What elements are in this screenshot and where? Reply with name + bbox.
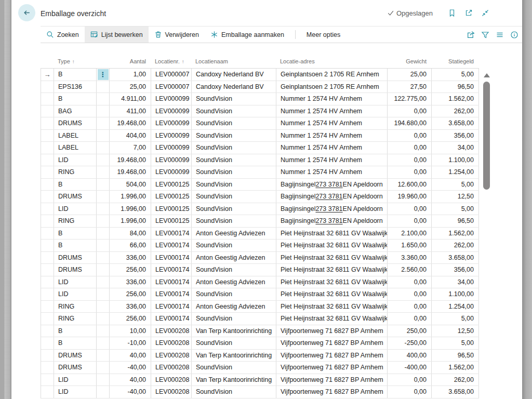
cell-aantal[interactable]: 336,00 [110,252,151,264]
table-row[interactable]: RING256,00LEV000174SoundVisionPiet Heijn… [41,313,479,325]
table-row[interactable]: LABEL404,00LEV000099SoundVisionNummer 1 … [41,130,479,142]
cell-locatienr[interactable]: LEV000208 [151,325,192,337]
cell-locatienr[interactable]: LEV000174 [151,228,192,240]
collapse-icon[interactable] [481,8,490,18]
cell-aantal[interactable]: 19.468,00 [110,154,151,166]
cell-adres[interactable]: Geinplantsoen 2 1705 RE Arnhem [276,81,388,93]
cell-locatienaam[interactable]: SoundVision [192,203,276,215]
cell-adres[interactable]: Piet Heijnstraat 32 6811 GV Waalwijk [276,228,388,240]
cell-type[interactable]: DRUMS [54,350,97,362]
cell-gewicht[interactable]: 122.775,00 [388,93,432,105]
cell-adres[interactable]: Nummer 1 2574 HV Arnhem [276,142,388,154]
cell-locatienr[interactable]: LEV000125 [151,191,192,203]
cell-locatienaam[interactable]: SoundVision [192,386,276,398]
cell-locatienaam[interactable]: SoundVision [192,166,276,178]
cell-type[interactable]: LID [54,288,97,300]
cell-adres[interactable]: Vijfpoortenweg 71 6827 BP Arnhem [276,362,388,374]
cell-gewicht[interactable]: 0,00 [388,166,432,178]
cell-adres[interactable]: Piet Heijnstraat 32 6811 GV Waalwijk [276,288,388,300]
cell-locatienaam[interactable]: SoundVision [192,117,276,129]
cell-aantal[interactable]: 25,00 [110,81,151,93]
cell-adres[interactable]: Nummer 1 2574 HV Arnhem [276,154,388,166]
cell-locatienr[interactable]: LEV000174 [151,288,192,300]
cell-type[interactable]: DRUMS [54,264,97,276]
cell-locatienr[interactable]: LEV000099 [151,154,192,166]
cell-locatienr[interactable]: LEV000099 [151,105,192,117]
filter-icon[interactable] [481,30,490,39]
cell-gewicht[interactable]: 194.680,00 [388,117,432,129]
cell-type[interactable]: DRUMS [54,252,97,264]
cell-gewicht[interactable]: -250,00 [388,337,432,349]
scrollbar-thumb[interactable] [483,82,490,190]
table-row[interactable]: DRUMS40,00LEV000208Van Terp Kantoorinric… [41,350,479,362]
cell-adres[interactable]: Nummer 1 2574 HV Arnhem [276,130,388,142]
table-row[interactable]: LID-40,00LEV000208SoundVisionVijfpoorten… [41,386,479,398]
cell-statiegeld[interactable]: 356,00 [432,264,479,276]
cell-gewicht[interactable]: -400,00 [388,362,432,374]
cell-type[interactable]: EPS136 [54,81,97,93]
cell-aantal[interactable]: 40,00 [110,374,151,386]
cell-gewicht[interactable]: 0,00 [388,276,432,288]
cell-statiegeld[interactable]: 34,00 [432,142,479,154]
cell-type[interactable]: B [54,240,97,251]
cell-statiegeld[interactable]: 356,00 [432,130,479,142]
table-row[interactable]: B-10,00LEV000208SoundVisionVijfpoortenwe… [41,337,479,350]
cell-aantal[interactable]: 404,00 [110,130,151,142]
cell-aantal[interactable]: 256,00 [110,288,151,300]
cell-locatienaam[interactable]: Candoxy Nederland BV [192,69,276,81]
cell-aantal[interactable]: 1.996,00 [110,215,151,227]
cell-locatienr[interactable]: LEV000174 [151,264,192,276]
cell-gewicht[interactable]: 0,00 [388,105,432,117]
cell-statiegeld[interactable]: 34,00 [432,276,479,288]
column-header-adres[interactable]: Locatie-adres [276,58,387,64]
cell-gewicht[interactable]: 2.560,00 [388,264,432,276]
cell-statiegeld[interactable]: 12,50 [432,191,479,203]
cell-locatienr[interactable]: LEV000099 [151,93,192,105]
cell-gewicht[interactable]: 0,00 [388,142,432,154]
cell-type[interactable]: B [54,325,97,337]
cell-adres[interactable]: Nummer 1 2574 HV Arnhem [276,117,388,129]
cell-aantal[interactable]: 66,00 [110,240,151,251]
cell-adres[interactable]: Bagijnsingel 273 3781 EN Apeldoorn [276,179,388,191]
cell-type[interactable]: DRUMS [54,362,97,374]
cell-locatienr[interactable]: LEV000208 [151,350,192,362]
cell-gewicht[interactable]: 27,50 [388,81,432,93]
cell-statiegeld[interactable]: 1.254,00 [432,166,479,178]
cell-locatienaam[interactable]: Van Terp Kantoorinrichting [192,374,276,386]
cell-locatienaam[interactable]: Van Terp Kantoorinrichting [192,325,276,337]
cell-statiegeld[interactable]: 1.562,00 [432,93,479,105]
cell-locatienr[interactable]: LEV000208 [151,362,192,374]
cell-locatienaam[interactable]: SoundVision [192,154,276,166]
cell-gewicht[interactable]: 0,00 [388,203,432,215]
cell-statiegeld[interactable]: 5,00 [432,179,479,191]
cell-adres[interactable]: Bagijnsingel 273 3781 EN Apeldoorn [276,203,388,215]
cell-statiegeld[interactable]: 1.562,00 [432,362,479,374]
cell-locatienaam[interactable]: SoundVision [192,130,276,142]
cell-statiegeld[interactable]: 3.658,00 [432,386,479,398]
list-view-icon[interactable] [495,30,504,39]
cell-adres[interactable]: Piet Heijnstraat 32 6811 GV Waalwijk [276,313,388,325]
cell-adres[interactable]: Nummer 1 2574 HV Arnhem [276,93,388,105]
cell-gewicht[interactable]: 25,00 [388,69,432,81]
cell-statiegeld[interactable]: 5,00 [432,69,479,81]
more-options-button[interactable]: Meer opties [301,26,346,43]
cell-gewicht[interactable]: 0,00 [388,374,432,386]
cell-type[interactable]: B [54,93,97,105]
cell-adres[interactable]: Piet Heijnstraat 32 6811 GV Waalwijk [276,264,388,276]
edit-list-button[interactable]: Lijst bewerken [85,26,149,43]
cell-type[interactable]: B [54,69,97,81]
cell-aantal[interactable]: -40,00 [110,362,151,374]
column-header-statiegeld[interactable]: Statiegeld [431,58,478,64]
cell-locatienaam[interactable]: Van Terp Kantoorinrichting [192,350,276,362]
cell-locatienr[interactable]: LEV000099 [151,166,192,178]
cell-adres[interactable]: Geinplantsoen 2 1705 RE Arnhem [276,69,388,81]
cell-statiegeld[interactable]: 5,00 [432,337,479,349]
cell-type[interactable]: LID [54,276,97,288]
cell-statiegeld[interactable]: 1.100,00 [432,288,479,300]
cell-statiegeld[interactable]: 96,50 [432,350,479,362]
cell-aantal[interactable]: 10,00 [110,325,151,337]
cell-statiegeld[interactable]: 12,50 [432,325,479,337]
cell-gewicht[interactable]: 0,00 [388,215,432,227]
cell-statiegeld[interactable]: 262,00 [432,240,479,251]
cell-locatienr[interactable]: LEV000099 [151,130,192,142]
